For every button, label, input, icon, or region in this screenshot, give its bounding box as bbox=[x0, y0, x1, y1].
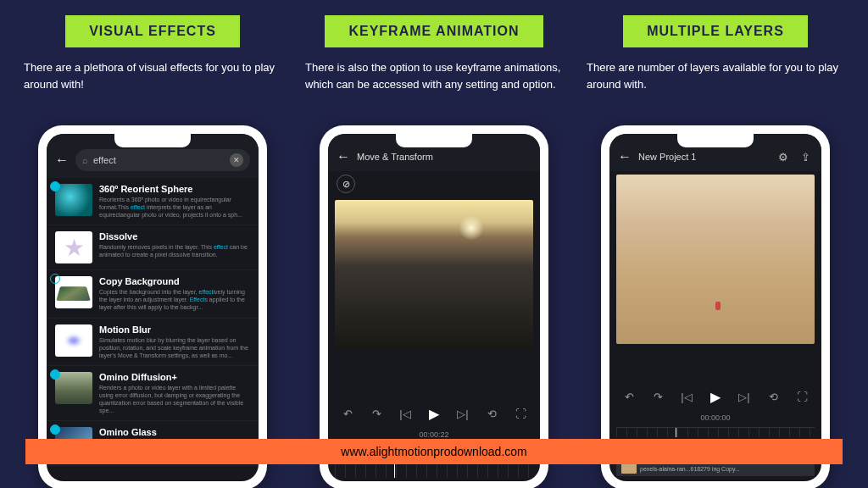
back-icon[interactable]: ← bbox=[618, 149, 632, 164]
column-keyframe: KEYFRAME ANIMATION There is also the opt… bbox=[305, 15, 563, 488]
badge-layers: MULTIPLE LAYERS bbox=[623, 15, 808, 47]
fullscreen-icon[interactable]: ⛶ bbox=[793, 391, 811, 403]
effects-list[interactable]: 360º Reorient SphereReorients a 360º pho… bbox=[47, 178, 259, 481]
effect-thumbnail bbox=[55, 184, 92, 216]
effect-item[interactable]: 360º Reorient SphereReorients a 360º pho… bbox=[47, 178, 259, 225]
timecode: 00:00:00 bbox=[609, 412, 821, 424]
playback-controls: ↶ ↷ |◁ ▶ ▷| ⟲ ⛶ bbox=[328, 399, 540, 429]
effect-title: Dissolve bbox=[99, 231, 250, 241]
check-icon bbox=[50, 369, 60, 380]
preview-canvas[interactable] bbox=[616, 175, 815, 344]
badge-visual-effects: VISUAL EFFECTS bbox=[65, 15, 240, 47]
column-visual-effects: VISUAL EFFECTS There are a plethora of v… bbox=[24, 15, 281, 488]
play-icon[interactable]: ▶ bbox=[706, 389, 725, 405]
search-input[interactable]: ⌕ effect ✕ bbox=[75, 149, 250, 171]
screen-2: ← Move & Transform ⊘ ↶ ↷ |◁ ▶ ▷| ⟲ ⛶ 00 bbox=[328, 134, 540, 481]
watermark-banner: www.alightmotionprodownload.com bbox=[25, 439, 843, 464]
fullscreen-icon[interactable]: ⛶ bbox=[511, 408, 530, 420]
check-icon bbox=[50, 181, 60, 191]
loop-icon[interactable]: ⟲ bbox=[482, 408, 501, 420]
effect-title: Omino Glass bbox=[99, 427, 250, 437]
effect-title: 360º Reorient Sphere bbox=[99, 184, 250, 194]
play-icon[interactable]: ▶ bbox=[425, 406, 443, 422]
effect-title: Motion Blur bbox=[99, 324, 250, 335]
phone-notch bbox=[114, 134, 191, 147]
back-icon[interactable]: ← bbox=[55, 152, 69, 168]
skip-start-icon[interactable]: |◁ bbox=[677, 391, 696, 403]
effect-item[interactable]: DissolveRandomly removes pixels in the l… bbox=[47, 225, 259, 270]
effect-desc: Simulates motion blur by blurring the la… bbox=[99, 336, 250, 359]
screen-title: Move & Transform bbox=[357, 152, 433, 162]
effect-desc: Renders a photo or video layer with a li… bbox=[99, 384, 250, 414]
effect-item[interactable]: Copy BackgroundCopies the background int… bbox=[47, 270, 259, 318]
clear-icon[interactable]: ✕ bbox=[230, 153, 243, 167]
export-icon[interactable]: ⇪ bbox=[798, 149, 813, 164]
playback-controls: ↶ ↷ |◁ ▶ ▷| ⟲ ⛶ bbox=[609, 382, 821, 412]
phone-mockup-3: ← New Project 1 ⚙ ⇪ ↶ ↷ |◁ ▶ ▷| ⟲ ⛶ bbox=[601, 125, 830, 488]
phone-mockup-1: ← ⌕ effect ✕ 360º Reorient SphereReorien… bbox=[38, 125, 267, 488]
effect-desc: Copies the background into the layer, ef… bbox=[99, 288, 250, 311]
zoom-icon[interactable]: ⊘ bbox=[337, 175, 355, 193]
column-layers: MULTIPLE LAYERS There are number of laye… bbox=[587, 15, 844, 488]
effect-title: Copy Background bbox=[99, 276, 250, 286]
badge-keyframe: KEYFRAME ANIMATION bbox=[325, 15, 542, 47]
effect-thumbnail bbox=[55, 276, 92, 308]
effect-title: Omino Diffusion+ bbox=[99, 372, 250, 382]
redo-icon[interactable]: ↷ bbox=[648, 391, 667, 403]
skip-start-icon[interactable]: |◁ bbox=[396, 408, 415, 420]
caption-keyframe: There is also the option to use keyframe… bbox=[305, 59, 563, 107]
effect-thumbnail bbox=[55, 231, 92, 263]
loop-icon[interactable]: ⟲ bbox=[764, 391, 782, 403]
screen-1: ← ⌕ effect ✕ 360º Reorient SphereReorien… bbox=[47, 134, 259, 481]
back-icon[interactable]: ← bbox=[337, 149, 350, 164]
skip-end-icon[interactable]: ▷| bbox=[735, 391, 754, 403]
settings-icon[interactable]: ⚙ bbox=[776, 149, 791, 164]
phone-mockup-2: ← Move & Transform ⊘ ↶ ↷ |◁ ▶ ▷| ⟲ ⛶ 00 bbox=[320, 125, 548, 488]
preview-canvas[interactable] bbox=[335, 200, 533, 348]
effect-desc: Reorients a 360º photo or video in equir… bbox=[99, 196, 250, 219]
redo-icon[interactable]: ↷ bbox=[367, 408, 386, 420]
phone-notch bbox=[396, 134, 472, 147]
project-title: New Project 1 bbox=[638, 152, 696, 162]
caption-layers: There are number of layers available for… bbox=[587, 59, 844, 107]
effect-desc: Randomly removes pixels in the layer. Th… bbox=[99, 243, 250, 258]
phone-notch bbox=[677, 134, 754, 147]
caption-visual-effects: There are a plethora of visual effects f… bbox=[24, 59, 281, 107]
search-icon: ⌕ bbox=[82, 155, 88, 165]
screen-3: ← New Project 1 ⚙ ⇪ ↶ ↷ |◁ ▶ ▷| ⟲ ⛶ bbox=[609, 134, 821, 481]
effect-thumbnail bbox=[55, 324, 92, 357]
undo-icon[interactable]: ↶ bbox=[620, 391, 638, 403]
undo-icon[interactable]: ↶ bbox=[338, 408, 357, 420]
timeline[interactable] bbox=[616, 427, 815, 437]
effect-thumbnail bbox=[55, 372, 92, 404]
search-text: effect bbox=[93, 155, 116, 165]
zoom-row: ⊘ bbox=[328, 171, 540, 197]
skip-end-icon[interactable]: ▷| bbox=[453, 408, 472, 420]
effect-item[interactable]: Omino Diffusion+Renders a photo or video… bbox=[47, 366, 259, 421]
effect-item[interactable]: Motion BlurSimulates motion blur by blur… bbox=[47, 319, 259, 366]
